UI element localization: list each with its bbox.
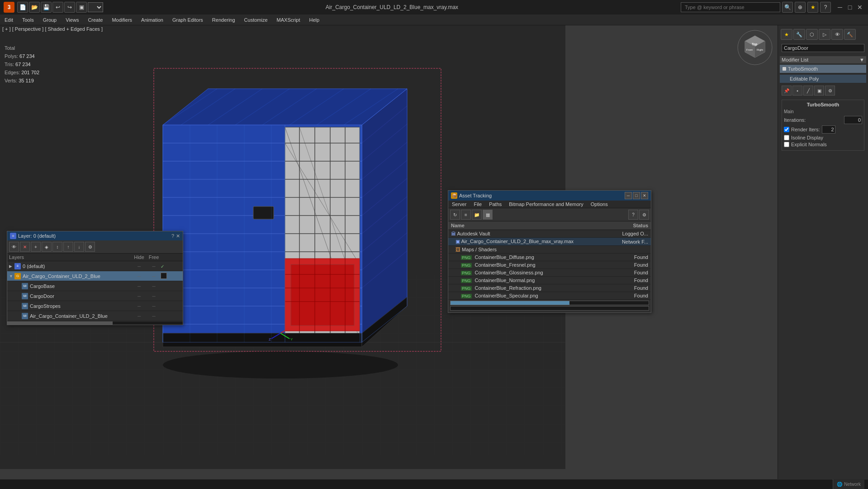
asset-refresh-btn[interactable]: ↻	[450, 210, 460, 220]
iterations-input[interactable]	[844, 116, 862, 124]
explicit-normals-checkbox[interactable]	[784, 142, 789, 147]
star-icon[interactable]: ★	[807, 2, 818, 13]
asset-help-btn[interactable]: ?	[628, 210, 638, 220]
object-name-input[interactable]	[782, 44, 864, 52]
render-button[interactable]: ▣	[76, 2, 87, 13]
pin-modifier-btn[interactable]: 📌	[782, 86, 792, 96]
table-row[interactable]: 🖼 Maps / Shaders	[448, 246, 651, 254]
edge-icon[interactable]: ╱	[803, 86, 813, 96]
menu-rendering[interactable]: Rendering	[208, 14, 240, 25]
menu-customize[interactable]: Customize	[240, 14, 272, 25]
table-row[interactable]: PNG ContainerBlue_Normal.png Found	[448, 277, 651, 284]
layer-name-default: 0 (default)	[23, 264, 131, 269]
create-panel-btn[interactable]: ★	[781, 29, 792, 40]
menu-group[interactable]: Group	[38, 14, 62, 25]
editable-poly-modifier[interactable]: Editable Poly	[780, 75, 866, 83]
layer-new-btn[interactable]: +	[31, 242, 41, 252]
file-title: Air_Cargo_Container_ULD_LD_2_Blue_max_vr…	[106, 4, 678, 10]
layer-row-cargobase[interactable]: M CargoBase ─ ─	[7, 281, 183, 291]
search-icon[interactable]: 🔍	[782, 2, 793, 13]
asset-bitmap-menu[interactable]: Bitmap Performance and Memory	[505, 201, 587, 208]
modify-panel-btn[interactable]: 🔧	[793, 29, 805, 40]
layer-row-cargodoor[interactable]: M CargoDoor ─ ─	[7, 291, 183, 301]
menu-tools[interactable]: Tools	[18, 14, 38, 25]
asset-close-btn[interactable]: ✕	[641, 192, 648, 199]
table-row[interactable]: 🏛 Autodesk Vault Logged O...	[448, 230, 651, 238]
table-row[interactable]: ▣ Air_Cargo_Container_ULD_2_Blue_max_vra…	[448, 238, 651, 246]
help-icon[interactable]: ?	[820, 2, 831, 13]
layer-row-default[interactable]: ▶ ≡ 0 (default) ─ ─ ✓	[7, 261, 183, 271]
face-icon[interactable]: ▣	[814, 86, 824, 96]
close-button[interactable]: ✕	[855, 3, 864, 12]
menu-maxscript[interactable]: MAXScript	[272, 14, 305, 25]
minimize-button[interactable]: ─	[835, 3, 844, 12]
table-row[interactable]: PNG ContainerBlue_Refraction.png Found	[448, 284, 651, 292]
layer-delete-btn[interactable]: ✕	[20, 242, 30, 252]
hierarchy-btn[interactable]: ⬡	[806, 29, 818, 40]
redo-button[interactable]: ↪	[64, 2, 75, 13]
modifier-list-header[interactable]: Modifier List ▼	[780, 56, 866, 63]
asset-settings-btn[interactable]: ⚙	[639, 210, 649, 220]
asset-tracking-title: Asset Tracking	[459, 193, 492, 198]
crosshair-icon[interactable]: ⊕	[795, 2, 806, 13]
asset-max-btn[interactable]: □	[633, 192, 640, 199]
render-iters-input[interactable]	[822, 125, 835, 134]
utilities-btn[interactable]: 🔨	[844, 29, 856, 40]
table-row[interactable]: PNG ContainerBlue_Fresnel.png Found	[448, 261, 651, 269]
maximize-button[interactable]: □	[845, 3, 854, 12]
asset-options-menu[interactable]: Options	[587, 201, 612, 208]
asset-status-col-header[interactable]: Status	[615, 221, 651, 230]
layer-settings-btn[interactable]: ⚙	[85, 242, 95, 252]
layer-panel: ≡ Layer: 0 (default) ? ✕ 👁 ✕ + ◈ ↕ ↑ ↓ ⚙…	[7, 231, 183, 325]
table-row[interactable]: PNG ContainerBlue_Specular.png Found	[448, 292, 651, 300]
render-iters-checkbox[interactable]	[784, 127, 789, 132]
motion-btn[interactable]: ▷	[819, 29, 830, 40]
layer-down-btn[interactable]: ↓	[74, 242, 84, 252]
layer-row-cargo-group[interactable]: ▼ G Air_Cargo_Container_ULD_2_Blue ─ ─	[7, 271, 183, 281]
menu-graph-editors[interactable]: Graph Editors	[168, 14, 208, 25]
table-row[interactable]: PNG ContainerBlue_Diffuse.png Found	[448, 254, 651, 261]
menu-views[interactable]: Views	[61, 14, 83, 25]
turbosmooth-modifier[interactable]: TurboSmooth	[780, 65, 866, 73]
layer-row-aircargo[interactable]: M Air_Cargo_Container_ULD_2_Blue ─ ─	[7, 311, 183, 321]
workspace-selector[interactable]: Workspace: Default	[88, 2, 103, 12]
polys-label: Polys:	[5, 53, 18, 59]
nav-cube[interactable]: Top Front Right	[737, 29, 773, 66]
asset-list-btn[interactable]: ≡	[461, 210, 471, 220]
table-row[interactable]: PNG ContainerBlue_Glossiness.png Found	[448, 269, 651, 277]
open-file-button[interactable]: 📂	[29, 2, 40, 13]
layer-move-btn[interactable]: ↕	[52, 242, 62, 252]
menu-modifiers[interactable]: Modifiers	[107, 14, 137, 25]
menu-create[interactable]: Create	[83, 14, 107, 25]
save-file-button[interactable]: 💾	[41, 2, 52, 13]
asset-paths-menu[interactable]: Paths	[485, 201, 505, 208]
config-icon[interactable]: ⚙	[825, 86, 835, 96]
menu-edit[interactable]: Edit	[0, 14, 18, 25]
cargo-extra	[161, 273, 181, 280]
asset-min-btn[interactable]: ─	[625, 192, 632, 199]
layer-display-btn[interactable]: 👁	[9, 242, 19, 252]
layer-name-cargo-group: Air_Cargo_Container_ULD_2_Blue	[23, 273, 131, 279]
layer-scrollbar[interactable]	[7, 321, 183, 325]
asset-file-menu[interactable]: File	[470, 201, 485, 208]
layer-close-btn[interactable]: ✕	[176, 233, 180, 239]
asset-grid-btn[interactable]: ▦	[483, 210, 493, 220]
vertex-icon[interactable]: ▪	[792, 86, 802, 96]
layer-select-btn[interactable]: ◈	[42, 242, 52, 252]
max-file-icon: ▣	[455, 239, 461, 244]
search-input[interactable]	[681, 2, 780, 12]
asset-progress-bar	[450, 301, 649, 305]
edges-value: 201 702	[21, 70, 39, 75]
menu-help[interactable]: Help	[305, 14, 324, 25]
asset-server-menu[interactable]: Server	[448, 201, 470, 208]
layer-help-btn[interactable]: ?	[171, 233, 174, 239]
layer-row-cargostropes[interactable]: M CargoStropes ─ ─	[7, 301, 183, 311]
asset-folder-btn[interactable]: 📁	[472, 210, 482, 220]
asset-name-col-header[interactable]: Name	[448, 221, 615, 230]
isoline-checkbox[interactable]	[784, 135, 789, 140]
menu-animation[interactable]: Animation	[137, 14, 168, 25]
display-btn[interactable]: 👁	[831, 29, 843, 40]
new-file-button[interactable]: 📄	[17, 2, 28, 13]
undo-button[interactable]: ↩	[52, 2, 63, 13]
layer-up-btn[interactable]: ↑	[63, 242, 73, 252]
